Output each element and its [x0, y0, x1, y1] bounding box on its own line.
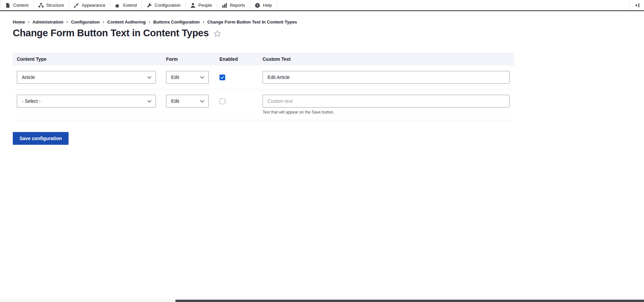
content-type-select[interactable]: - Select - [17, 95, 156, 107]
admin-toolbar: Content Structure Appearance Extend Conf… [0, 0, 644, 11]
toolbar-orientation-toggle[interactable] [630, 0, 644, 10]
breadcrumb-separator: › [67, 19, 68, 25]
breadcrumb-separator: › [103, 19, 104, 25]
content-type-cell: Article [13, 71, 162, 84]
toolbar-orientation-icon [635, 3, 640, 8]
select-value: Edit [171, 75, 179, 80]
breadcrumb-separator: › [203, 19, 204, 25]
toolbar-item-help[interactable]: ? Help [250, 0, 277, 10]
svg-text:?: ? [256, 3, 258, 7]
breadcrumb-link-home[interactable]: Home [13, 19, 25, 25]
puzzle-icon [115, 3, 120, 8]
toolbar-spacer [277, 0, 630, 10]
toolbar-item-label: Reports [230, 3, 245, 8]
sitemap-icon [38, 3, 44, 8]
toolbar-item-structure[interactable]: Structure [34, 0, 69, 10]
table-row: - Select - Edit Text that [13, 89, 514, 120]
table-row: Article Edit [13, 66, 514, 89]
wrench-icon [147, 3, 152, 8]
title-row: Change Form Button Text in Content Types [13, 28, 514, 39]
favorite-star-icon[interactable] [213, 30, 221, 38]
page-title: Change Form Button Text in Content Types [13, 28, 209, 39]
enabled-cell [215, 71, 258, 80]
form-cell: Edit [162, 71, 215, 84]
form-select[interactable]: Edit [166, 95, 209, 107]
paintbrush-icon [74, 3, 79, 8]
toolbar-item-label: Structure [46, 3, 64, 8]
toolbar-item-content[interactable]: Content [0, 0, 34, 10]
breadcrumb-separator: › [149, 19, 150, 25]
chevron-down-icon [147, 76, 152, 79]
content-type-cell: - Select - [13, 95, 162, 107]
document-icon [5, 3, 10, 8]
content-type-select[interactable]: Article [17, 71, 156, 84]
column-header-custom-text: Custom Text [258, 56, 514, 62]
enabled-cell [215, 95, 258, 104]
toolbar-item-label: Help [263, 3, 272, 8]
horizontal-scrollbar[interactable] [0, 300, 644, 302]
select-value: - Select - [22, 98, 41, 104]
breadcrumb-link-configuration[interactable]: Configuration [71, 19, 99, 25]
toolbar-item-label: Configuration [155, 3, 180, 8]
check-icon [220, 76, 224, 79]
toolbar-item-label: Extend [123, 3, 136, 8]
enabled-checkbox[interactable] [219, 98, 225, 104]
field-description: Text that will appear on the Save button… [263, 110, 510, 115]
chevron-down-icon [147, 100, 152, 103]
toolbar-item-configuration[interactable]: Configuration [142, 0, 186, 10]
page-container: Home › Administration › Configuration › … [0, 11, 514, 120]
help-icon: ? [255, 3, 260, 8]
breadcrumb-current: Change Form Button Text In Content Types [207, 19, 297, 25]
enabled-checkbox[interactable] [219, 75, 225, 80]
custom-text-cell [258, 71, 514, 84]
toolbar-item-extend[interactable]: Extend [110, 0, 142, 10]
select-value: Edit [171, 98, 179, 104]
custom-text-input[interactable] [263, 95, 510, 107]
breadcrumb-separator: › [28, 19, 30, 25]
toolbar-item-reports[interactable]: Reports [217, 0, 250, 10]
column-header-content-type: Content Type [13, 56, 162, 62]
column-header-form: Form [162, 56, 215, 62]
custom-text-cell: Text that will appear on the Save button… [258, 95, 514, 115]
form-cell: Edit [162, 95, 215, 107]
toolbar-item-appearance[interactable]: Appearance [69, 0, 110, 10]
column-header-enabled: Enabled [215, 56, 258, 62]
toolbar-item-label: Appearance [82, 3, 105, 8]
select-value: Article [22, 75, 35, 80]
save-configuration-button[interactable]: Save configuration [13, 132, 69, 145]
breadcrumb-link-content-authoring[interactable]: Content Authoring [107, 19, 146, 25]
buttons-config-table: Content Type Form Enabled Custom Text Ar… [13, 53, 514, 120]
person-icon [190, 3, 196, 8]
bar-chart-icon [222, 3, 227, 8]
breadcrumb-link-administration[interactable]: Administration [33, 19, 64, 25]
custom-text-input[interactable] [263, 71, 510, 84]
scrollbar-thumb[interactable] [175, 300, 644, 302]
chevron-down-icon [200, 76, 204, 79]
form-select[interactable]: Edit [166, 71, 209, 84]
table-header-row: Content Type Form Enabled Custom Text [13, 53, 514, 66]
toolbar-item-label: Content [13, 3, 29, 8]
toolbar-item-people[interactable]: People [186, 0, 217, 10]
breadcrumb: Home › Administration › Configuration › … [13, 19, 514, 25]
chevron-down-icon [200, 100, 204, 103]
breadcrumb-link-buttons-configuration[interactable]: Buttons Configuration [153, 19, 200, 25]
toolbar-item-label: People [198, 3, 212, 8]
